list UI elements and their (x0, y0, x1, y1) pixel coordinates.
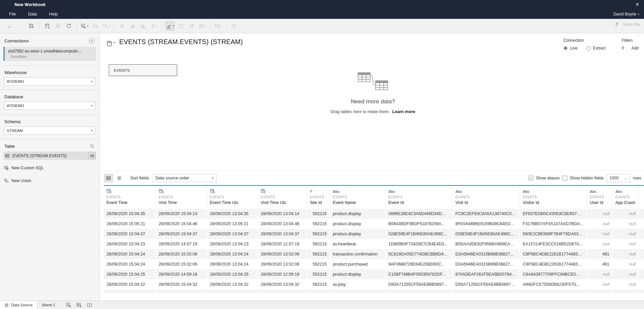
data-source-icon (4, 303, 9, 307)
new-dashboard-button[interactable] (75, 302, 83, 308)
data-source-canvas-area: ▾ EVENTS (STREAM.EVENTS) (STREAM) Connec… (100, 33, 644, 301)
extract-radio[interactable]: Extract (586, 46, 606, 50)
column-header-site-id[interactable]: #EVENTSSite Id (307, 186, 330, 209)
string-field-icon: Abc (523, 190, 529, 194)
connection-item[interactable]: ds87982.eu-west-1.snowflakecomputin... S… (3, 47, 96, 61)
table-cell: 28/09/2020 15:04:24 (104, 249, 156, 259)
warehouse-select[interactable]: ATIDEMO ▾ (4, 77, 95, 85)
column-header-visit-time-utc[interactable]: EVENTSVisit Time Utc (258, 186, 307, 209)
column-name: Event Name (333, 200, 383, 205)
sidebar-item-new-union[interactable]: New Union (0, 176, 99, 185)
column-name: Site Id (310, 200, 327, 205)
title-bar: New Workbook ✕ (0, 0, 644, 9)
menu-data[interactable]: Data (28, 12, 37, 16)
column-header-user-id[interactable]: AbcEVENTSUser Id (587, 186, 613, 209)
toolbar-group: ▾T▾ (162, 21, 210, 31)
table-row: 28/09/2020 15:04:2528/09/2020 14:59:1628… (104, 269, 644, 279)
sort-fields-select[interactable]: Data source order ▾ (153, 174, 217, 182)
sidebar-item-events-stream-events[interactable]: EVENTS (STREAM.EVENTS) (3, 151, 96, 160)
sidebar-item-new-custom-sql[interactable]: New Custom SQL (0, 164, 99, 172)
chevron-down-icon: ▾ (638, 13, 639, 16)
tab-data-source[interactable]: Data Source (0, 301, 37, 309)
table-cell (330, 289, 386, 294)
save-button[interactable] (27, 21, 36, 31)
database-icon (106, 40, 112, 47)
column-header-visit-id[interactable]: AbcEVENTSVisit Id (453, 186, 520, 209)
column-header-event-time-utc[interactable]: EVENTSEvent Time Utc (207, 186, 258, 209)
row-filler (639, 229, 644, 239)
new-story-button[interactable] (86, 302, 93, 308)
column-table-name: EVENTS (388, 195, 450, 199)
live-radio[interactable]: Live (564, 46, 578, 50)
column-header-app-crash[interactable]: AbcEVENTSApp Crash (613, 186, 639, 209)
table-cell: null (613, 259, 639, 269)
highlight-button[interactable]: ▾ (165, 21, 175, 31)
undo-button[interactable]: ← (5, 21, 14, 31)
list-icon (117, 175, 122, 181)
table-cell: product.display (330, 269, 386, 279)
column-name: Visit Time Utc (261, 200, 304, 205)
column-header-event-name[interactable]: AbcEVENTSEvent Name (330, 186, 386, 209)
row-count-input[interactable] (609, 175, 624, 181)
table-cell: B0643BDF0BDF51878209A... (386, 219, 453, 229)
column-header-event-id[interactable]: AbcEVENTSEvent Id (386, 186, 453, 209)
table-cell: 580E2CBE569F7B4F76DA53... (520, 229, 587, 239)
new-worksheet-button[interactable] (65, 302, 72, 308)
column-header-event-time[interactable]: EVENTSEvent Time (104, 186, 156, 209)
column-name: User Id (590, 200, 610, 205)
add-filter-button[interactable]: Add (632, 46, 639, 50)
pause-updates-icon (55, 23, 61, 29)
table-row: 28/09/2020 15:04:2428/09/2020 15:02:0628… (104, 259, 644, 269)
events-table-node[interactable]: EVENTS (109, 64, 177, 76)
apply-rows-icon[interactable]: → (624, 176, 628, 180)
learn-more-link[interactable]: Learn more (392, 109, 415, 114)
show-me-button[interactable]: Show Me (615, 22, 640, 27)
column-table-name: EVENTS (310, 195, 327, 199)
schema-select[interactable]: STREAM ▾ (4, 127, 95, 135)
text-label-button: T (176, 21, 186, 31)
new-data-source-button[interactable] (42, 21, 52, 31)
table-cell: product.display (330, 219, 386, 229)
table-row: 28/09/2020 15:04:2428/09/2020 15:02:0628… (104, 249, 644, 259)
add-connection-icon[interactable]: + (89, 38, 95, 44)
column-header-visit-time[interactable]: EVENTSVisit Time (156, 186, 207, 209)
datasource-menu[interactable]: ▾ (106, 40, 115, 47)
tab-sheet-1[interactable]: Sheet 1 (37, 301, 60, 309)
database-select[interactable]: ATIDEMO ▾ (4, 102, 95, 110)
metadata-grid-view-button[interactable] (115, 174, 124, 182)
table-cell: 28/09/2020 13:04:24 (207, 249, 258, 259)
table-action-button[interactable] (89, 152, 95, 159)
refresh-button[interactable] (64, 21, 73, 31)
row-filler (639, 219, 644, 229)
column-name: Event Id (388, 200, 450, 205)
user-menu[interactable]: David Boyrie ▾ (613, 12, 639, 16)
chevron-down-icon: ▾ (91, 129, 93, 132)
totals-icon: Σ (152, 24, 155, 29)
show-hidden-fields-checkbox[interactable] (562, 176, 567, 180)
connection-panel: Connection LiveExtract Filters 0 Add (564, 38, 639, 50)
table-cell: 491 (587, 249, 613, 259)
column-table-name: EVENTS (106, 195, 153, 199)
data-grid-view-button[interactable] (104, 174, 113, 182)
row-filler (639, 209, 644, 219)
show-aliases-checkbox[interactable]: ✓ (528, 176, 533, 180)
connection-type: Snowflake (10, 55, 93, 59)
data-preview-grid: EVENTSEvent TimeEVENTSVisit TimeEVENTSEv… (104, 185, 644, 301)
table-cell: null (613, 209, 639, 219)
new-worksheet-button[interactable]: ▾ (80, 21, 89, 31)
column-table-name: EVENTS (590, 195, 610, 199)
table-cell: 28/09/2020 15:04:25 (104, 269, 156, 279)
datasource-title[interactable]: EVENTS (STREAM.EVENTS) (STREAM) (119, 38, 243, 46)
table-cell (258, 289, 307, 294)
table-cell: null (587, 209, 613, 219)
menu-file[interactable]: File (9, 12, 16, 16)
table-cell: 592215 (307, 259, 330, 269)
close-icon[interactable]: ✕ (635, 2, 639, 7)
table-cell: 28/09/2020 13:04:14 (258, 209, 307, 219)
column-header-visitor-id[interactable]: AbcEVENTSVisitor Id (520, 186, 587, 209)
table-cell: 28/09/2020 13:04:32 (258, 279, 307, 289)
datetime-field-icon (210, 188, 215, 194)
table-grid-icon (5, 153, 10, 158)
search-icon[interactable] (90, 144, 95, 149)
menu-help[interactable]: Help (49, 12, 58, 16)
